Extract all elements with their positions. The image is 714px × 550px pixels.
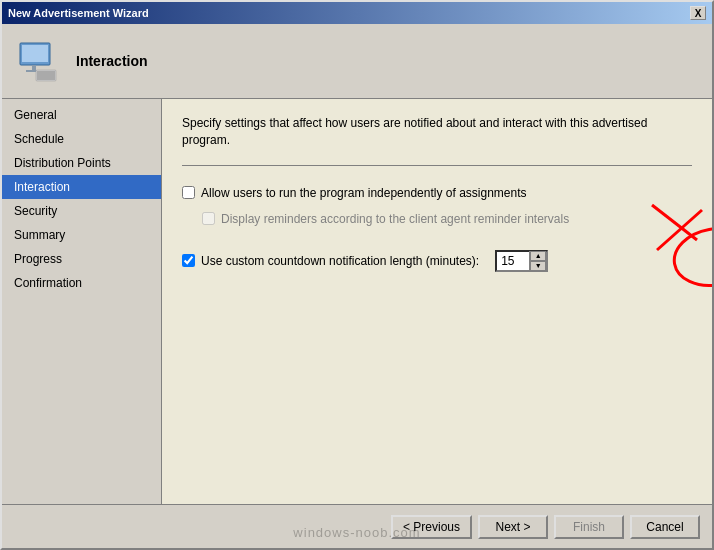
title-bar: New Advertisement Wizard X [2, 2, 712, 24]
countdown-checkbox[interactable] [182, 254, 195, 267]
sidebar-item-general[interactable]: General [2, 103, 161, 127]
content-description: Specify settings that affect how users a… [182, 115, 662, 149]
wizard-window: New Advertisement Wizard X Interaction G… [0, 0, 714, 550]
next-button[interactable]: Next > [478, 515, 548, 539]
spinner-buttons: ▲ ▼ [529, 251, 546, 271]
previous-button[interactable]: < Previous [391, 515, 472, 539]
close-button[interactable]: X [690, 6, 706, 20]
sidebar-item-distribution-points[interactable]: Distribution Points [2, 151, 161, 175]
sidebar-item-confirmation[interactable]: Confirmation [2, 271, 161, 295]
allow-users-label[interactable]: Allow users to run the program independe… [182, 186, 527, 200]
countdown-spinner[interactable]: ▲ ▼ [495, 250, 548, 272]
annotation-overlay [642, 195, 712, 295]
svg-rect-5 [37, 71, 55, 80]
countdown-input[interactable] [497, 252, 529, 270]
cancel-button[interactable]: Cancel [630, 515, 700, 539]
countdown-text: Use custom countdown notification length… [201, 254, 479, 268]
spinner-up-button[interactable]: ▲ [530, 251, 546, 261]
display-reminders-label: Display reminders according to the clien… [202, 212, 569, 226]
window-title: New Advertisement Wizard [8, 7, 149, 19]
countdown-label[interactable]: Use custom countdown notification length… [182, 254, 479, 268]
countdown-row: Use custom countdown notification length… [182, 250, 692, 272]
allow-users-text: Allow users to run the program independe… [201, 186, 527, 200]
svg-rect-2 [32, 65, 36, 70]
sidebar-item-security[interactable]: Security [2, 199, 161, 223]
sidebar-item-summary[interactable]: Summary [2, 223, 161, 247]
sidebar-item-progress[interactable]: Progress [2, 247, 161, 271]
header-area: Interaction [2, 24, 712, 99]
footer: < Previous Next > Finish Cancel [2, 504, 712, 548]
main-content: General Schedule Distribution Points Int… [2, 99, 712, 504]
display-reminders-row: Display reminders according to the clien… [182, 212, 692, 226]
sidebar-item-schedule[interactable]: Schedule [2, 127, 161, 151]
display-reminders-text: Display reminders according to the clien… [221, 212, 569, 226]
sidebar-item-interaction[interactable]: Interaction [2, 175, 161, 199]
header-title: Interaction [76, 53, 148, 69]
content-area: Specify settings that affect how users a… [162, 99, 712, 504]
sidebar: General Schedule Distribution Points Int… [2, 99, 162, 504]
finish-button: Finish [554, 515, 624, 539]
display-reminders-checkbox [202, 212, 215, 225]
allow-users-row: Allow users to run the program independe… [182, 186, 692, 200]
svg-rect-1 [22, 45, 48, 62]
allow-users-checkbox[interactable] [182, 186, 195, 199]
section-divider [182, 165, 692, 166]
spinner-down-button[interactable]: ▼ [530, 261, 546, 271]
computer-icon [14, 37, 62, 85]
svg-point-6 [670, 222, 712, 291]
